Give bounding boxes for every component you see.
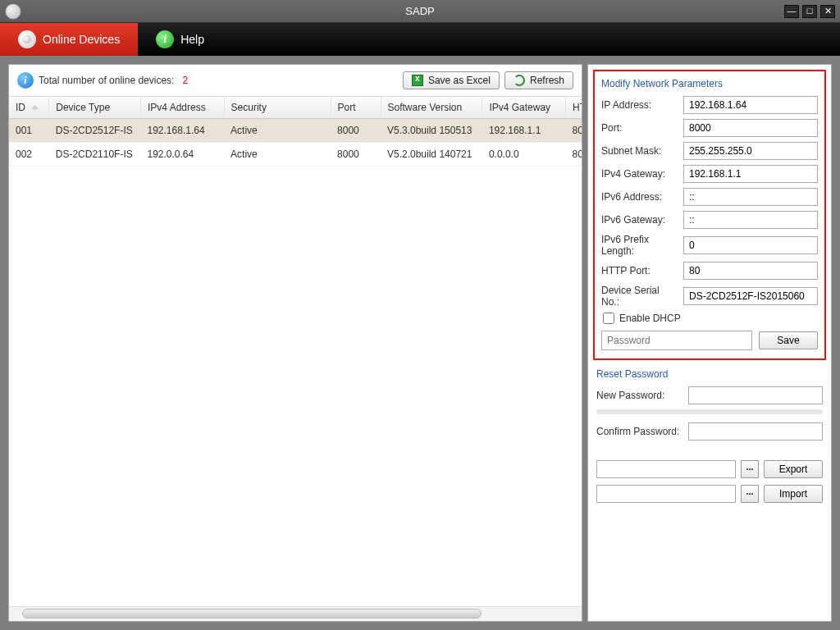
gateway-input[interactable]	[683, 165, 818, 183]
serial-label: Device Serial No.:	[601, 285, 678, 308]
col-id[interactable]: ID	[9, 97, 49, 119]
col-device-type[interactable]: Device Type	[49, 97, 141, 119]
reset-password-section: Reset Password New Password: Confirm Pas…	[593, 368, 826, 509]
browse-export-button[interactable]: ···	[741, 460, 759, 478]
cell-ipv4-gateway: 0.0.0.0	[482, 143, 566, 167]
ipv6-gateway-input[interactable]	[683, 211, 818, 229]
subnet-label: Subnet Mask:	[601, 145, 678, 157]
http-port-label: HTTP Port:	[601, 265, 678, 276]
cell-http: 80	[565, 119, 582, 143]
total-devices-count: 2	[182, 75, 188, 86]
password-strength-bar	[596, 409, 823, 414]
nav-tabs: Online Devices i Help	[0, 23, 840, 56]
info-icon: i	[156, 30, 174, 48]
cell-software-version: V5.3.0build 150513	[381, 119, 482, 143]
col-security[interactable]: Security	[224, 97, 331, 119]
port-input[interactable]	[683, 119, 818, 137]
cell-ipv4-address: 192.168.1.64	[141, 119, 225, 143]
ip-address-label: IP Address:	[601, 99, 678, 111]
password-input[interactable]	[601, 331, 752, 350]
import-path-input[interactable]	[596, 485, 736, 503]
scrollbar-thumb[interactable]	[22, 609, 482, 619]
cell-device-type: DS-2CD2110F-IS	[49, 143, 141, 167]
cell-ipv4-gateway: 192.168.1.1	[482, 119, 566, 143]
confirm-password-label: Confirm Password:	[596, 426, 683, 437]
ipv6-prefix-label: IPv6 Prefix Length:	[601, 234, 678, 257]
tab-help[interactable]: i Help	[138, 23, 222, 56]
close-button[interactable]: ✕	[820, 5, 835, 18]
subnet-input[interactable]	[683, 142, 818, 160]
cell-security: Active	[224, 119, 331, 143]
cell-security: Active	[224, 143, 331, 167]
side-panel: Modify Network Parameters IP Address: Po…	[587, 64, 832, 622]
devices-table-wrap[interactable]: ID Device Type IPv4 Address Security Por…	[9, 97, 582, 606]
titlebar: SADP — □ ✕	[0, 0, 840, 23]
section-title: Reset Password	[596, 368, 823, 380]
cell-device-type: DS-2CD2512F-IS	[49, 119, 141, 143]
ipv6-prefix-input[interactable]	[683, 236, 818, 254]
gateway-label: IPv4 Gateway:	[601, 168, 678, 180]
cell-id: 002	[9, 143, 49, 167]
table-row[interactable]: 002DS-2CD2110F-IS192.0.0.64Active8000V5.…	[9, 143, 582, 167]
excel-icon	[412, 75, 423, 86]
ip-address-input[interactable]	[683, 96, 818, 114]
import-button[interactable]: Import	[764, 485, 823, 503]
col-gateway[interactable]: IPv4 Gateway	[482, 97, 566, 119]
confirm-password-input[interactable]	[688, 422, 823, 441]
toolbar: i Total number of online devices: 2 Save…	[9, 65, 582, 97]
http-port-input[interactable]	[683, 262, 818, 280]
table-row[interactable]: 001DS-2CD2512F-IS192.168.1.64Active8000V…	[9, 119, 582, 143]
refresh-button[interactable]: Refresh	[504, 71, 573, 89]
export-button[interactable]: Export	[764, 460, 823, 478]
content-area: i Total number of online devices: 2 Save…	[0, 56, 840, 630]
cell-ipv4-address: 192.0.0.64	[141, 143, 225, 167]
svg-marker-0	[31, 105, 39, 109]
devices-panel: i Total number of online devices: 2 Save…	[8, 64, 582, 622]
ipv6-gateway-label: IPv6 Gateway:	[601, 214, 678, 226]
refresh-icon	[514, 75, 525, 86]
new-password-input[interactable]	[688, 386, 823, 404]
dhcp-label: Enable DHCP	[619, 313, 681, 324]
cell-http: 80	[565, 143, 582, 167]
cell-port: 8000	[331, 119, 381, 143]
button-label: Refresh	[530, 75, 564, 86]
export-path-input[interactable]	[596, 460, 736, 478]
info-icon: i	[17, 72, 34, 89]
new-password-label: New Password:	[596, 390, 683, 401]
cell-software-version: V5.2.0build 140721	[381, 143, 482, 167]
col-http[interactable]: HTT	[565, 97, 582, 119]
devices-table: ID Device Type IPv4 Address Security Por…	[9, 97, 582, 167]
sort-icon	[31, 102, 39, 113]
save-button[interactable]: Save	[759, 331, 818, 349]
tab-label: Online Devices	[43, 33, 120, 46]
maximize-button[interactable]: □	[802, 5, 817, 18]
cell-id: 001	[9, 119, 49, 143]
col-software[interactable]: Software Version	[381, 97, 482, 119]
tab-label: Help	[180, 33, 204, 46]
col-port[interactable]: Port	[331, 97, 381, 119]
port-label: Port:	[601, 122, 678, 134]
modify-network-section: Modify Network Parameters IP Address: Po…	[593, 70, 826, 360]
cell-port: 8000	[331, 143, 381, 167]
app-window: SADP — □ ✕ Online Devices i Help i Total…	[0, 0, 840, 630]
serial-input[interactable]	[683, 287, 818, 305]
horizontal-scrollbar[interactable]	[9, 606, 582, 621]
save-excel-button[interactable]: Save as Excel	[403, 71, 500, 89]
app-icon	[5, 3, 21, 20]
ipv6-address-input[interactable]	[683, 188, 818, 206]
ipv6-address-label: IPv6 Address:	[601, 191, 678, 203]
total-devices-label: Total number of online devices:	[39, 75, 174, 86]
button-label: Save as Excel	[428, 75, 491, 86]
window-title: SADP	[405, 5, 434, 17]
tab-online-devices[interactable]: Online Devices	[0, 23, 138, 56]
minimize-button[interactable]: —	[784, 5, 799, 18]
dhcp-checkbox[interactable]	[603, 313, 614, 324]
section-title: Modify Network Parameters	[601, 78, 818, 89]
col-ipv4[interactable]: IPv4 Address	[141, 97, 225, 119]
magnifier-icon	[18, 30, 36, 48]
browse-import-button[interactable]: ···	[741, 485, 759, 503]
